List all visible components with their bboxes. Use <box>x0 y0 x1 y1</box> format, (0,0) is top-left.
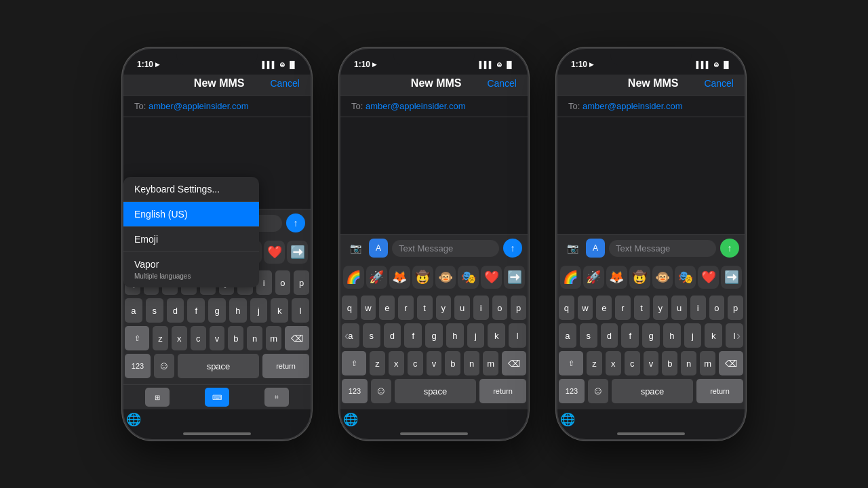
key-123[interactable]: 123 <box>125 354 151 378</box>
key-s[interactable]: s <box>146 298 163 323</box>
send-btn-3[interactable]: ↑ <box>720 239 739 258</box>
emoji-2-2[interactable]: 🚀 <box>366 266 387 289</box>
key-return-2[interactable]: return <box>479 379 526 403</box>
key-b[interactable]: b <box>228 326 243 350</box>
key-n-3[interactable]: n <box>681 351 696 375</box>
emoji-2-6[interactable]: 🎭 <box>458 266 479 289</box>
key-z-2[interactable]: z <box>370 351 385 375</box>
key-h-2[interactable]: h <box>446 323 464 348</box>
kb-type-split[interactable]: ⌗ <box>264 388 289 407</box>
kb-type-keyboard[interactable]: ⌨ <box>205 388 229 407</box>
emoji-2-8[interactable]: ➡️ <box>504 266 525 289</box>
emoji-2-1[interactable]: 🌈 <box>343 266 364 289</box>
key-e-2[interactable]: e <box>379 296 395 320</box>
key-delete-2[interactable]: ⌫ <box>502 351 526 375</box>
emoji-3-5[interactable]: 🐵 <box>652 266 673 289</box>
emoji-8[interactable]: ➡️ <box>287 241 308 264</box>
key-m-3[interactable]: m <box>700 351 715 375</box>
emoji-2-4[interactable]: 🤠 <box>412 266 433 289</box>
key-space-2[interactable]: space <box>395 379 476 403</box>
camera-icon-2[interactable]: 📷 <box>346 239 365 258</box>
key-a[interactable]: a <box>125 298 142 323</box>
key-z[interactable]: z <box>153 326 168 350</box>
dropdown-settings[interactable]: Keyboard Settings... <box>123 177 259 202</box>
key-p-3[interactable]: p <box>728 296 743 320</box>
emoji-2-3[interactable]: 🦊 <box>389 266 410 289</box>
key-y-2[interactable]: y <box>436 296 452 320</box>
dropdown-emoji[interactable]: Emoji <box>123 227 259 252</box>
key-shift-3[interactable]: ⇧ <box>559 351 583 375</box>
text-input-2[interactable]: Text Message <box>392 240 499 257</box>
message-area-2[interactable] <box>340 117 528 234</box>
key-emoji-2[interactable]: ☺ <box>371 379 391 403</box>
key-c-3[interactable]: c <box>625 351 640 375</box>
globe-icon-2[interactable]: 🌐 <box>340 409 361 430</box>
key-p[interactable]: p <box>294 270 309 295</box>
key-j[interactable]: j <box>250 298 268 323</box>
kb-type-grid[interactable]: ⊞ <box>145 388 170 407</box>
globe-icon-3[interactable]: 🌐 <box>557 409 578 430</box>
emoji-7[interactable]: ❤️ <box>264 241 285 264</box>
key-d-3[interactable]: d <box>601 323 618 348</box>
cancel-btn-3[interactable]: Cancel <box>704 78 734 89</box>
key-n[interactable]: n <box>247 326 262 350</box>
key-o-2[interactable]: o <box>492 296 508 320</box>
emoji-3-8[interactable]: ➡️ <box>721 266 742 289</box>
send-btn-2[interactable]: ↑ <box>503 239 522 258</box>
key-d[interactable]: d <box>167 298 184 323</box>
key-u-3[interactable]: u <box>671 296 687 320</box>
key-z-3[interactable]: z <box>587 351 602 375</box>
key-w-3[interactable]: w <box>578 296 593 320</box>
key-o-3[interactable]: o <box>709 296 725 320</box>
key-x[interactable]: x <box>172 326 187 350</box>
arrow-left-2[interactable]: ‹ <box>344 329 349 343</box>
key-s-3[interactable]: s <box>580 323 597 348</box>
key-a-3[interactable]: a <box>559 323 576 348</box>
key-h-3[interactable]: h <box>663 323 681 348</box>
key-h[interactable]: h <box>229 298 247 323</box>
key-c[interactable]: c <box>191 326 206 350</box>
key-return-3[interactable]: return <box>696 379 743 403</box>
key-r-3[interactable]: r <box>615 296 631 320</box>
cancel-btn-2[interactable]: Cancel <box>487 78 517 89</box>
key-f[interactable]: f <box>187 298 205 323</box>
key-y-3[interactable]: y <box>653 296 669 320</box>
send-btn-1[interactable]: ↑ <box>286 214 305 232</box>
key-p-2[interactable]: p <box>511 296 526 320</box>
dropdown-vapor[interactable]: VaporMultiple languages <box>123 252 259 287</box>
key-g-3[interactable]: g <box>642 323 660 348</box>
key-k-2[interactable]: k <box>488 323 505 348</box>
key-c-2[interactable]: c <box>408 351 423 375</box>
key-i-3[interactable]: i <box>690 296 706 320</box>
key-j-2[interactable]: j <box>467 323 485 348</box>
key-l-2[interactable]: l <box>509 323 526 348</box>
key-shift[interactable]: ⇧ <box>125 326 149 350</box>
key-q-3[interactable]: q <box>559 296 574 320</box>
key-t-2[interactable]: t <box>417 296 433 320</box>
key-return[interactable]: return <box>262 354 309 378</box>
key-b-2[interactable]: b <box>445 351 460 375</box>
key-123-3[interactable]: 123 <box>559 379 585 403</box>
key-n-2[interactable]: n <box>464 351 479 375</box>
key-emoji[interactable]: ☺ <box>154 354 174 378</box>
key-j-3[interactable]: j <box>684 323 702 348</box>
key-v-3[interactable]: v <box>644 351 659 375</box>
key-w-2[interactable]: w <box>361 296 376 320</box>
key-b-3[interactable]: b <box>662 351 677 375</box>
key-m[interactable]: m <box>266 326 281 350</box>
key-d-2[interactable]: d <box>384 323 401 348</box>
emoji-3-6[interactable]: 🎭 <box>675 266 696 289</box>
key-o[interactable]: o <box>275 270 291 295</box>
key-v[interactable]: v <box>210 326 225 350</box>
key-l-3[interactable]: l <box>726 323 743 348</box>
emoji-2-5[interactable]: 🐵 <box>435 266 456 289</box>
key-s-2[interactable]: s <box>363 323 380 348</box>
arrow-right-3[interactable]: › <box>736 329 741 343</box>
key-f-2[interactable]: f <box>404 323 422 348</box>
key-k-3[interactable]: k <box>705 323 722 348</box>
key-i-2[interactable]: i <box>473 296 489 320</box>
key-g-2[interactable]: g <box>425 323 443 348</box>
cancel-btn-1[interactable]: Cancel <box>270 78 300 89</box>
camera-icon-3[interactable]: 📷 <box>563 239 582 258</box>
text-input-3[interactable]: Text Message <box>609 240 716 257</box>
